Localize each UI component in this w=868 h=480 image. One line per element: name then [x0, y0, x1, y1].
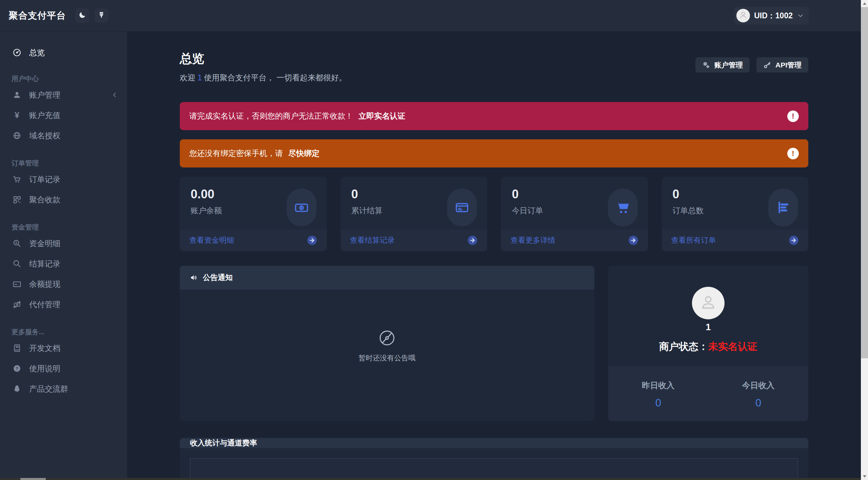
view-more-details-link[interactable]: 查看更多详情	[510, 235, 555, 245]
sidebar-item-fund-details[interactable]: $ 资金明细	[0, 233, 127, 254]
stat-cards-row: 0.00 账户余额 查看资金明细	[180, 177, 808, 251]
exclamation-circle-icon: !	[787, 148, 799, 159]
settlement-card: 0 累计结算 查看结算记录	[341, 177, 487, 251]
sidebar-item-label: 产品交流群	[29, 384, 68, 394]
sidebar-item-order-records[interactable]: 订单记录	[0, 169, 127, 189]
alert-text: 请完成实名认证，否则您的商户无法正常收款！	[189, 111, 353, 121]
search-icon	[12, 259, 22, 268]
sidebar-item-label: 开发文档	[29, 343, 60, 354]
merchant-income: 昨日收入 0 今日收入 0	[608, 366, 808, 421]
main-area: 总览 欢迎 1 使用聚合支付平台， 一切看起来都很好。 账户管理	[127, 32, 868, 480]
user-icon	[12, 91, 22, 99]
person-icon	[738, 10, 748, 21]
sidebar-item-balance-withdraw[interactable]: 余额提现	[0, 274, 127, 294]
income-chart-header: 收入统计与通道费率	[180, 438, 808, 448]
empty-state: 暂时还没有公告哦	[359, 329, 416, 363]
sidebar-item-domain-auth[interactable]: 域名授权	[0, 125, 127, 146]
realname-alert: 请完成实名认证，否则您的商户无法正常收款！ 立即实名认证 !	[180, 102, 808, 130]
cart-icon	[12, 175, 22, 184]
merchant-status-line: 商户状态：未实名认证	[659, 340, 757, 354]
page-head: 总览 欢迎 1 使用聚合支付平台， 一切看起来都很好。 账户管理	[180, 51, 808, 83]
horizontal-scrollbar[interactable]	[0, 478, 861, 480]
sidebar-section-label: 用户中心	[0, 74, 127, 83]
sidebar-section-label: 资金管理	[0, 223, 127, 232]
merchant-top: 1 商户状态：未实名认证	[608, 266, 808, 366]
circle-arrow-right-icon[interactable]	[628, 235, 638, 245]
income-chart-canvas	[190, 458, 798, 480]
empty-slash-icon	[378, 329, 396, 347]
speaker-icon	[190, 274, 198, 282]
sidebar-item-product-group[interactable]: 产品交流群	[0, 379, 127, 399]
vertical-scrollbar[interactable]	[861, 0, 868, 480]
bind-phone-alert: 您还没有绑定密保手机，请 尽快绑定 !	[180, 139, 808, 167]
id-card-icon	[447, 188, 477, 226]
bind-phone-link[interactable]: 尽快绑定	[288, 148, 320, 159]
merchant-status-label: 商户状态：	[659, 341, 708, 352]
welcome-username: 1	[197, 73, 202, 82]
vertical-scrollbar-thumb[interactable]	[861, 7, 868, 358]
realname-verify-link[interactable]: 立即实名认证	[359, 111, 405, 121]
scroll-down-button[interactable]	[861, 473, 868, 480]
card-footer: 查看结算记录	[341, 229, 487, 251]
sidebar-item-label: 聚合收款	[29, 195, 60, 205]
chevron-down-icon	[797, 12, 804, 19]
announcement-header: 公告通知	[180, 266, 594, 289]
moon-icon	[78, 11, 86, 20]
view-all-orders-link[interactable]: 查看所有订单	[671, 235, 716, 245]
sidebar: 总览 用户中心 账户管理 ¥ 账户充值	[0, 32, 127, 480]
book-icon	[12, 344, 22, 353]
circle-arrow-right-icon[interactable]	[307, 235, 317, 245]
sidebar-item-aggregate-collect[interactable]: 聚合收款	[0, 189, 127, 210]
chevron-left-icon	[111, 91, 118, 99]
theme-toggle-button[interactable]	[75, 8, 90, 23]
alert-text: 您还没有绑定密保手机，请	[189, 148, 283, 159]
sidebar-item-account-manage[interactable]: 账户管理	[0, 85, 127, 105]
sidebar-group-more: 更多服务... 开发文档 ? 使用说明 产	[0, 327, 127, 399]
account-manage-button[interactable]: 账户管理	[695, 57, 750, 73]
income-chart-body	[180, 448, 808, 480]
button-label: 账户管理	[714, 60, 743, 70]
sidebar-group-user: 用户中心 账户管理 ¥ 账户充值	[0, 74, 127, 146]
income-chart-panel: 收入统计与通道费率	[180, 438, 808, 480]
empty-text: 暂时还没有公告哦	[359, 353, 416, 363]
card-body: 0.00 账户余额	[180, 177, 327, 229]
circle-arrow-right-icon[interactable]	[789, 235, 799, 245]
page-head-text: 总览 欢迎 1 使用聚合支付平台， 一切看起来都很好。	[180, 51, 347, 83]
api-manage-button[interactable]: API管理	[756, 57, 808, 73]
sidebar-item-settle-records[interactable]: 结算记录	[0, 254, 127, 274]
announcement-title: 公告通知	[203, 273, 233, 283]
horizontal-scrollbar-thumb[interactable]	[20, 478, 46, 480]
card-footer: 查看所有订单	[662, 229, 809, 251]
view-fund-details-link[interactable]: 查看资金明细	[189, 235, 234, 245]
gears-icon	[702, 61, 710, 69]
sidebar-item-label: 使用说明	[29, 363, 60, 374]
card-body: 0 今日订单	[501, 177, 648, 229]
sidebar-item-usage-guide[interactable]: ? 使用说明	[0, 358, 127, 379]
today-orders-card: 0 今日订单 查看更多详情	[501, 177, 648, 251]
welcome-prefix: 欢迎	[180, 73, 195, 82]
skin-button[interactable]	[94, 8, 109, 23]
app-title: 聚合支付平台	[9, 9, 66, 22]
circle-arrow-right-icon[interactable]	[467, 235, 478, 245]
income-value: 0	[608, 397, 708, 409]
welcome-text: 欢迎 1 使用聚合支付平台， 一切看起来都很好。	[180, 73, 347, 83]
scroll-up-button[interactable]	[861, 0, 868, 7]
sidebar-item-overview[interactable]: 总览	[0, 44, 127, 61]
qrcode-icon	[12, 195, 22, 204]
sidebar-item-payout-manage[interactable]: 代付管理	[0, 294, 127, 315]
sidebar-item-label: 账户充值	[29, 110, 60, 121]
head-actions: 账户管理 API管理	[695, 57, 808, 73]
sidebar-item-label: 余额提现	[29, 279, 60, 289]
sidebar-item-account-recharge[interactable]: ¥ 账户充值	[0, 105, 127, 125]
sidebar-item-label: 资金明细	[29, 238, 60, 249]
money-bill-icon	[287, 188, 316, 226]
user-menu[interactable]: UID：1002	[734, 7, 809, 25]
view-settle-records-link[interactable]: 查看结算记录	[350, 235, 395, 245]
sidebar-group-funds: 资金管理 $ 资金明细 结算记录 余额提现	[0, 223, 127, 315]
button-label: API管理	[775, 60, 802, 70]
frame: 总览 用户中心 账户管理 ¥ 账户充值	[0, 32, 868, 480]
sidebar-item-dev-docs[interactable]: 开发文档	[0, 338, 127, 358]
card-footer: 查看更多详情	[501, 229, 648, 251]
income-value: 0	[708, 397, 808, 409]
topbar: 聚合支付平台 UID：1002	[0, 0, 868, 32]
